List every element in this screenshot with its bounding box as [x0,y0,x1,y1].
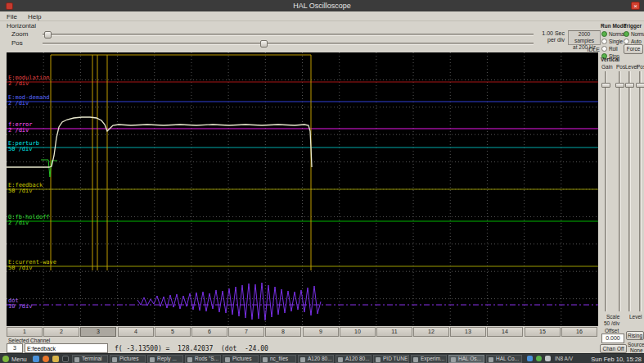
trigger-pos-slider[interactable] [639,71,642,311]
window-button-label: A120 80... [308,356,332,361]
window-title: HAL Oscilloscope [0,2,644,10]
taskbar-window-button[interactable]: A120 80... [336,355,372,363]
trigger-pos-slider-handle[interactable] [636,83,644,88]
taskbar-window-button[interactable]: HAL Os... [448,355,484,363]
scope-display: E:modulation 2 /divE:mod-demand 2 /divf:… [7,52,598,326]
update-tray-icon[interactable] [536,356,542,361]
trigger-level-slider-handle[interactable] [625,83,634,88]
files-icon[interactable] [52,356,59,362]
window-button-label: Pictures [119,356,138,361]
scale-label: Scale [606,314,619,320]
window-icon [187,357,192,362]
run-mode-normal-radio[interactable]: Normal [601,30,624,37]
channel-tab-7[interactable]: 7 [228,327,264,337]
channel-tab-16[interactable]: 16 [561,327,597,337]
zoom-label: Zoom [11,30,28,38]
window-icon [489,357,493,362]
window-button-label: Experim... [421,356,444,361]
vertical-label: Vertical [601,57,619,62]
channel-tab-4[interactable]: 4 [118,327,154,337]
radio-label: Normal [609,31,625,37]
rising-button[interactable]: Rising [626,331,644,340]
taskbar: Menu TerminalPicturesReply ...Rods "S...… [0,353,644,363]
taskbar-window-button[interactable]: Experim... [411,355,447,363]
pos-slider-handle[interactable] [260,40,268,48]
trigger-auto-radio[interactable]: Auto [624,38,644,44]
gain-label: Gain [601,64,613,70]
browser-icon[interactable] [43,356,49,362]
menu-help[interactable]: Help [28,13,41,20]
trigger-normal-radio[interactable]: Normal [624,30,644,37]
close-icon[interactable]: × [631,2,640,10]
taskbar-window-button[interactable]: Rods "S... [185,355,221,363]
window-button-label: Pictures [232,356,251,361]
source-value[interactable]: None [630,347,643,353]
channel-tab-14[interactable]: 14 [487,327,523,337]
pos-slider[interactable] [43,43,534,45]
channel-label-dot: dot 10 /div [8,298,33,310]
network-tray-icon[interactable] [527,356,533,361]
acquisition-state: IDLE [569,47,600,52]
terminal-icon[interactable] [62,356,69,362]
offset-value[interactable]: 0.000 [601,334,624,343]
run-mode-single-radio[interactable]: Single [601,38,624,44]
taskbar-window-button[interactable]: HAL Co... [486,355,522,363]
channel-tab-2[interactable]: 2 [43,327,79,337]
radio-icon [624,39,629,44]
gain-slider[interactable] [605,71,607,311]
channel-label-o-fb-holdoff: O:fb-holdoff 2 /div [8,215,50,226]
radio-label: Normal [631,31,644,37]
clock[interactable]: Sun Feb 10, 15:28 [591,356,642,363]
taskbar-window-button[interactable]: nc_files [260,355,296,363]
window-button-label: HAL Co... [496,356,519,361]
volume-tray-icon[interactable] [545,356,551,361]
window-icon [263,357,268,362]
channel-tab-6[interactable]: 6 [191,327,227,337]
titlebar: HAL Oscilloscope × [0,0,644,11]
taskbar-window-button[interactable]: Pictures [223,355,259,363]
selected-channel-name-input[interactable] [25,343,108,353]
channel-tab-12[interactable]: 12 [413,327,449,337]
window-button-label: A120 80... [345,356,370,361]
taskbar-window-button[interactable]: PID TUNE [373,355,409,363]
menu-file[interactable]: File [7,13,17,20]
channel-label-e-perturb: E:perturb 50 /div [8,141,39,152]
channel-tab-15[interactable]: 15 [525,327,561,337]
taskbar-window-button[interactable]: A120 80... [298,355,334,363]
run-mode-roll-radio[interactable]: Roll [601,45,624,52]
channel-tab-3[interactable]: 3 [80,327,116,337]
taskbar-menu-button[interactable]: Menu [11,356,27,363]
pos-label: Pos [11,39,23,47]
vertical-pos-slider-handle[interactable] [615,83,624,88]
vertical-pos-slider[interactable] [619,71,621,311]
window-icon [451,357,456,362]
window-icon [225,357,230,362]
selected-channel-label: Selected Channel [8,338,50,343]
channel-tab-8[interactable]: 8 [265,327,301,337]
radio-label: Single [609,39,623,44]
gain-slider-handle[interactable] [601,83,610,88]
channel-tab-9[interactable]: 9 [303,327,339,337]
channel-tab-13[interactable]: 13 [450,327,486,337]
zoom-slider[interactable] [43,34,534,36]
channel-label-e-mod-demand: E:mod-demand 2 /div [8,95,50,107]
run-mode-label: Run Mode [601,23,626,29]
scope-canvas [7,52,598,326]
menu-icon[interactable] [2,356,9,362]
window-icon [413,357,418,362]
chan-off-button[interactable]: Chan Off [600,344,627,353]
trigger-level-slider[interactable] [628,71,631,311]
desktop-screen: { "window": { "title": "HAL Oscilloscope… [0,0,644,363]
channel-tab-1[interactable]: 1 [7,327,43,337]
force-button[interactable]: Force [624,44,643,54]
window-icon [112,357,117,362]
taskbar-window-button[interactable]: Pictures [110,355,146,363]
taskbar-window-button[interactable]: Reply ... [147,355,183,363]
show-desktop-icon[interactable] [33,356,39,362]
taskbar-window-button[interactable]: Terminal [72,355,108,363]
window-button-label: nc_files [270,356,288,361]
channel-tab-10[interactable]: 10 [340,327,376,337]
channel-tab-11[interactable]: 11 [376,327,412,337]
zoom-slider-handle[interactable] [44,31,52,39]
channel-tab-5[interactable]: 5 [155,327,191,337]
